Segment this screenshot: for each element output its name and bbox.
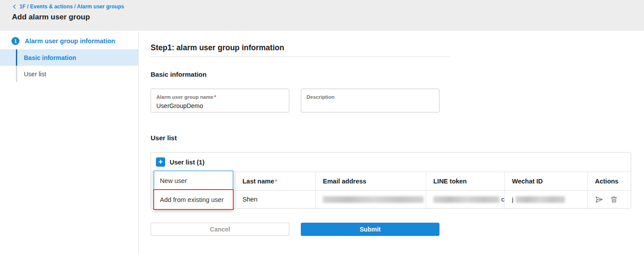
sidebar-item-label: Basic information [24, 54, 76, 61]
breadcrumb-path[interactable]: 1F / Events & actions / Alarm user group… [19, 4, 124, 10]
submit-button[interactable]: Submit [301, 223, 439, 236]
redacted-line-token [433, 196, 500, 203]
menu-item-new-user[interactable]: New user [154, 171, 233, 190]
cell-actions [587, 190, 632, 208]
sidebar-item-user-list[interactable]: User list [0, 66, 138, 82]
user-list-panel-header: + User list (1) [151, 153, 631, 172]
field-placeholder: Description [307, 94, 334, 100]
field-value: UserGroupDemo [156, 102, 284, 109]
required-asterisk: * [214, 94, 216, 100]
sidebar-item-basic-information[interactable]: Basic information [0, 49, 138, 66]
cell-wechat-id: j [504, 190, 587, 208]
cell-last-name: Shen [235, 190, 315, 208]
step-number-badge: 1 [11, 37, 19, 45]
user-list-section-title: User list [151, 134, 177, 142]
page-title: Add alarm user group [12, 13, 644, 22]
wechat-visible-char: j [512, 196, 513, 203]
send-test-icon[interactable] [595, 195, 603, 204]
description-input[interactable]: Description [301, 89, 439, 112]
line-token-visible-char: c [501, 196, 504, 203]
add-alarm-user-group-page: 1F / Events & actions / Alarm user group… [0, 0, 644, 254]
form-actions: Cancel Submit [151, 223, 439, 236]
column-header-wechat-id: Wechat ID [504, 172, 587, 190]
column-header-label: Last name [242, 178, 274, 185]
add-user-dropdown: New user Add from existing user [154, 171, 233, 209]
step-label: Alarm user group information [25, 37, 115, 45]
menu-item-add-from-existing-user[interactable]: Add from existing user [154, 190, 233, 209]
redacted-email [323, 196, 424, 203]
alarm-user-group-name-input[interactable]: Alarm user group name* UserGroupDemo [151, 89, 289, 112]
user-list-count-title: User list (1) [170, 159, 205, 166]
sidebar-step-1[interactable]: 1 Alarm user group information [0, 31, 138, 49]
required-asterisk: * [275, 179, 277, 184]
redacted-wechat-id [515, 196, 565, 203]
column-header-actions: Actions [587, 172, 632, 190]
cancel-button[interactable]: Cancel [151, 223, 289, 236]
step-heading: Step1: alarm user group information [151, 43, 284, 52]
cell-line-token: c [426, 190, 504, 208]
heading-divider [151, 56, 450, 57]
cell-email [315, 190, 426, 208]
basic-information-fields: Alarm user group name* UserGroupDemo Des… [151, 89, 439, 112]
add-user-icon[interactable]: + [156, 157, 165, 167]
field-label: Alarm user group name [156, 94, 213, 100]
sidebar-item-label: User list [24, 71, 46, 78]
column-header-line-token: LINE token [426, 172, 504, 190]
column-header-email: Email address [315, 172, 426, 190]
page-header: 1F / Events & actions / Alarm user group… [0, 0, 644, 31]
chevron-left-icon[interactable] [12, 4, 17, 9]
column-header-last-name: Last name* [235, 172, 315, 190]
trash-icon[interactable] [610, 195, 618, 203]
user-list-panel: + User list (1) Last name* Email address… [151, 152, 631, 209]
main-content: Step1: alarm user group information Basi… [139, 31, 644, 254]
steps-sidebar: 1 Alarm user group information Basic inf… [0, 31, 139, 254]
breadcrumb[interactable]: 1F / Events & actions / Alarm user group… [12, 4, 644, 10]
basic-information-section-title: Basic information [151, 71, 207, 78]
